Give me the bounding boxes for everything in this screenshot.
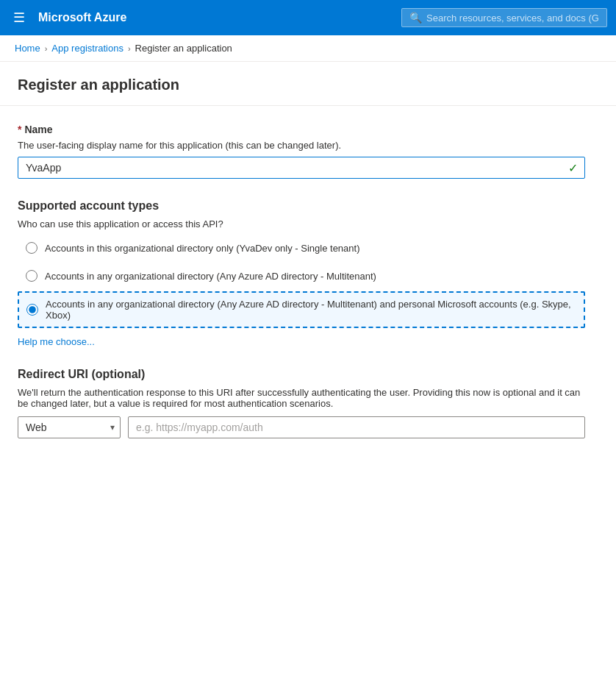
account-types-section: Supported account types Who can use this… <box>18 199 585 347</box>
page-title: Register an application <box>18 77 598 93</box>
checkmark-icon: ✓ <box>568 161 578 175</box>
search-bar[interactable]: 🔍 <box>401 8 607 27</box>
search-input[interactable] <box>426 13 599 24</box>
account-types-title: Supported account types <box>18 199 585 213</box>
name-input-wrapper: ✓ <box>18 157 585 179</box>
radio-input-3[interactable] <box>26 304 38 316</box>
help-link[interactable]: Help me choose... <box>18 336 95 347</box>
breadcrumb-current: Register an application <box>135 43 232 54</box>
breadcrumb-app-registrations[interactable]: App registrations <box>51 43 123 54</box>
name-label-text: Name <box>24 124 52 135</box>
account-types-question: Who can use this application or access t… <box>18 218 585 230</box>
radio-input-2[interactable] <box>26 270 37 282</box>
main-content: Register an application * Name The user-… <box>0 62 616 676</box>
breadcrumb-sep2: › <box>128 44 131 53</box>
name-desc: The user-facing display name for this ap… <box>18 140 585 151</box>
radio-option-1[interactable]: Accounts in this organizational director… <box>18 235 585 260</box>
form-body: * Name The user-facing display name for … <box>0 106 603 477</box>
radio-group: Accounts in this organizational director… <box>18 235 585 328</box>
radio-option-2[interactable]: Accounts in any organizational directory… <box>18 263 585 288</box>
redirect-uri-section: Redirect URI (optional) We'll return the… <box>18 368 585 438</box>
redirect-uri-desc: We'll return the authentication response… <box>18 387 585 409</box>
app-title: Microsoft Azure <box>38 11 393 24</box>
redirect-uri-input[interactable] <box>128 416 585 438</box>
breadcrumb: Home › App registrations › Register an a… <box>0 35 616 62</box>
page-header: Register an application <box>0 62 616 106</box>
search-icon: 🔍 <box>409 12 422 24</box>
redirect-type-select[interactable]: Web SPA Public client/native <box>18 416 121 438</box>
radio-label-3: Accounts in any organizational directory… <box>46 299 576 321</box>
hamburger-icon[interactable]: ☰ <box>9 5 29 30</box>
radio-label-1: Accounts in this organizational director… <box>45 243 360 254</box>
redirect-select-wrapper: Web SPA Public client/native <box>18 416 121 438</box>
name-section: * Name The user-facing display name for … <box>18 124 585 179</box>
name-input[interactable] <box>18 157 585 179</box>
redirect-row: Web SPA Public client/native <box>18 416 585 438</box>
breadcrumb-home[interactable]: Home <box>15 43 40 54</box>
redirect-uri-title: Redirect URI (optional) <box>18 368 585 381</box>
required-marker: * <box>18 124 21 135</box>
breadcrumb-sep1: › <box>45 44 48 53</box>
topbar: ☰ Microsoft Azure 🔍 <box>0 0 616 35</box>
name-label: * Name <box>18 124 585 135</box>
radio-input-1[interactable] <box>26 242 37 254</box>
radio-label-2: Accounts in any organizational directory… <box>45 271 376 282</box>
radio-option-3[interactable]: Accounts in any organizational directory… <box>18 291 585 328</box>
